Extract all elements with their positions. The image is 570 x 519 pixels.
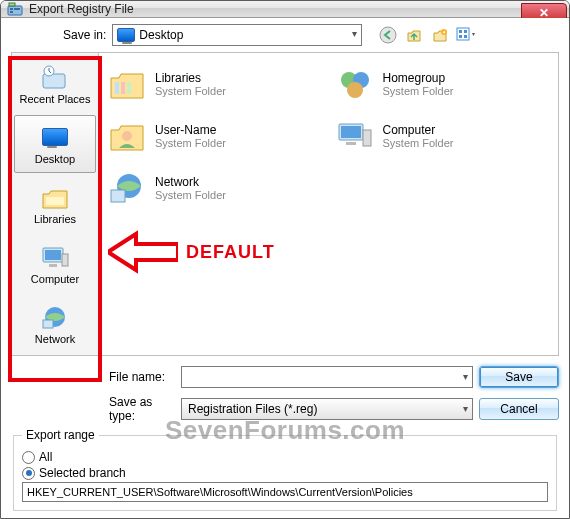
svg-rect-17 [45, 250, 61, 260]
place-libraries-label: Libraries [34, 213, 76, 225]
network-icon [107, 168, 147, 208]
item-computer[interactable]: Computer System Folder [333, 111, 553, 161]
place-computer-label: Computer [31, 273, 79, 285]
place-desktop-label: Desktop [35, 153, 75, 165]
save-as-type-dropdown[interactable]: Registration Files (*.reg) ▾ [181, 398, 473, 420]
desktop-icon [117, 28, 135, 42]
up-one-level-button[interactable] [404, 25, 424, 45]
item-name: Homegroup [383, 71, 454, 85]
svg-point-5 [380, 27, 396, 43]
svg-rect-32 [363, 130, 371, 146]
save-in-row: Save in: Desktop ▾ ✦ [11, 24, 559, 52]
svg-rect-1 [10, 8, 13, 10]
chevron-down-icon: ▾ [463, 371, 468, 382]
export-range-group: Export range All Selected branch HKEY_CU… [13, 428, 557, 511]
item-name: Computer [383, 123, 454, 137]
svg-point-28 [122, 131, 132, 141]
svg-rect-30 [341, 126, 361, 138]
item-name: User-Name [155, 123, 226, 137]
svg-rect-19 [62, 254, 68, 266]
window: Export Registry File ✕ Save in: Desktop … [0, 0, 570, 519]
svg-rect-23 [121, 82, 125, 94]
branch-path-value: HKEY_CURRENT_USER\Software\Microsoft\Win… [27, 486, 413, 498]
radio-all-label: All [39, 450, 52, 464]
svg-rect-11 [464, 30, 467, 33]
recent-places-icon [39, 63, 71, 91]
svg-rect-8 [457, 28, 469, 40]
new-folder-button[interactable]: ✦ [430, 25, 450, 45]
window-title: Export Registry File [29, 2, 134, 16]
toolbar: ✦ [368, 25, 476, 45]
libraries-place-icon [39, 183, 71, 211]
views-button[interactable] [456, 25, 476, 45]
svg-rect-4 [9, 3, 15, 6]
item-homegroup[interactable]: Homegroup System Folder [333, 59, 553, 109]
place-desktop[interactable]: Desktop [14, 115, 96, 173]
item-sub: System Folder [155, 137, 226, 149]
user-icon [107, 116, 147, 156]
computer-place-icon [39, 243, 71, 271]
svg-rect-3 [14, 8, 20, 10]
save-in-value: Desktop [139, 28, 183, 42]
svg-rect-15 [46, 197, 64, 205]
radio-selected[interactable] [22, 467, 35, 480]
svg-rect-0 [8, 6, 22, 15]
svg-point-27 [347, 82, 363, 98]
network-place-icon [39, 303, 71, 331]
libraries-icon [107, 64, 147, 104]
svg-rect-24 [127, 82, 131, 94]
item-user[interactable]: User-Name System Folder [105, 111, 325, 161]
svg-rect-10 [459, 35, 462, 38]
place-recent-label: Recent Places [20, 93, 91, 105]
svg-rect-21 [43, 320, 53, 328]
svg-rect-18 [49, 264, 57, 267]
places-bar: Recent Places Desktop Libraries [11, 52, 99, 356]
radio-all[interactable] [22, 451, 35, 464]
svg-rect-12 [464, 35, 467, 38]
save-as-type-label: Save as type: [105, 395, 175, 423]
item-sub: System Folder [383, 137, 454, 149]
svg-rect-22 [115, 82, 119, 94]
item-sub: System Folder [155, 189, 226, 201]
item-network[interactable]: Network System Folder [105, 163, 325, 213]
svg-text:✦: ✦ [442, 29, 446, 35]
item-name: Network [155, 175, 226, 189]
chevron-down-icon: ▾ [463, 403, 468, 414]
homegroup-icon [335, 64, 375, 104]
radio-selected-row[interactable]: Selected branch [22, 466, 548, 480]
place-network-label: Network [35, 333, 75, 345]
radio-all-row[interactable]: All [22, 450, 548, 464]
branch-path-input[interactable]: HKEY_CURRENT_USER\Software\Microsoft\Win… [22, 482, 548, 502]
bottom-controls: File name: ▾ Save Save as type: Registra… [11, 356, 559, 422]
place-libraries[interactable]: Libraries [14, 175, 96, 233]
cancel-button[interactable]: Cancel [479, 398, 559, 420]
place-recent[interactable]: Recent Places [14, 55, 96, 113]
save-button[interactable]: Save [479, 366, 559, 388]
svg-rect-2 [10, 11, 13, 13]
place-network[interactable]: Network [14, 295, 96, 353]
svg-rect-9 [459, 30, 462, 33]
main-area: Recent Places Desktop Libraries [11, 52, 559, 356]
svg-rect-34 [111, 190, 125, 202]
item-sub: System Folder [155, 85, 226, 97]
save-in-label: Save in: [63, 28, 106, 42]
file-name-label: File name: [105, 370, 175, 384]
item-sub: System Folder [383, 85, 454, 97]
place-computer[interactable]: Computer [14, 235, 96, 293]
computer-icon [335, 116, 375, 156]
svg-rect-31 [346, 142, 356, 145]
file-name-input[interactable]: ▾ [181, 366, 473, 388]
item-name: Libraries [155, 71, 226, 85]
svg-rect-13 [43, 74, 65, 88]
chevron-down-icon: ▾ [352, 28, 357, 39]
back-button[interactable] [378, 25, 398, 45]
regedit-icon [7, 1, 23, 17]
radio-selected-label: Selected branch [39, 466, 126, 480]
file-list[interactable]: Libraries System Folder Homegroup System… [99, 52, 559, 356]
save-in-dropdown[interactable]: Desktop ▾ [112, 24, 362, 46]
titlebar: Export Registry File ✕ [1, 1, 569, 18]
export-range-legend: Export range [22, 428, 99, 442]
item-libraries[interactable]: Libraries System Folder [105, 59, 325, 109]
desktop-place-icon [39, 123, 71, 151]
save-as-type-value: Registration Files (*.reg) [188, 402, 317, 416]
